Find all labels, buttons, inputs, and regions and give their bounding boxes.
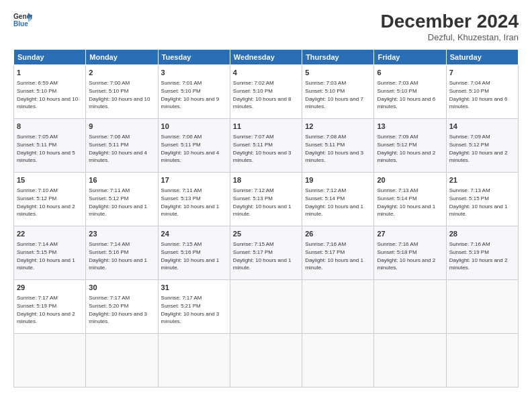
calendar-cell: 9Sunrise: 7:06 AMSunset: 5:11 PMDaylight… <box>86 119 158 173</box>
calendar-cell: 7Sunrise: 7:04 AMSunset: 5:10 PMDaylight… <box>446 65 518 119</box>
day-number: 1 <box>17 68 83 78</box>
calendar-cell <box>374 334 446 387</box>
day-info: Sunrise: 7:17 AMSunset: 5:20 PMDaylight:… <box>89 294 154 325</box>
calendar-week-row <box>14 334 519 387</box>
calendar-cell <box>302 280 374 334</box>
day-info: Sunrise: 6:59 AMSunset: 5:10 PMDaylight:… <box>17 79 83 110</box>
calendar-cell: 17Sunrise: 7:11 AMSunset: 5:13 PMDayligh… <box>158 173 230 226</box>
day-info: Sunrise: 7:04 AMSunset: 5:10 PMDaylight:… <box>449 79 515 110</box>
calendar-cell: 26Sunrise: 7:16 AMSunset: 5:17 PMDayligh… <box>302 226 374 280</box>
header-tuesday: Tuesday <box>158 50 230 65</box>
calendar-cell: 16Sunrise: 7:11 AMSunset: 5:12 PMDayligh… <box>86 173 158 226</box>
calendar-cell <box>86 334 158 387</box>
calendar-cell: 30Sunrise: 7:17 AMSunset: 5:20 PMDayligh… <box>86 280 158 334</box>
day-info: Sunrise: 7:09 AMSunset: 5:12 PMDaylight:… <box>449 133 515 164</box>
day-info: Sunrise: 7:00 AMSunset: 5:10 PMDaylight:… <box>89 79 154 110</box>
day-number: 13 <box>377 122 443 132</box>
calendar-cell: 3Sunrise: 7:01 AMSunset: 5:10 PMDaylight… <box>158 65 230 119</box>
day-info: Sunrise: 7:17 AMSunset: 5:19 PMDaylight:… <box>17 294 83 325</box>
day-number: 9 <box>89 122 154 132</box>
calendar-cell: 6Sunrise: 7:03 AMSunset: 5:10 PMDaylight… <box>374 65 446 119</box>
header-friday: Friday <box>374 50 446 65</box>
day-info: Sunrise: 7:14 AMSunset: 5:15 PMDaylight:… <box>17 240 83 271</box>
day-number: 6 <box>377 68 443 78</box>
day-number: 30 <box>89 283 154 293</box>
day-info: Sunrise: 7:12 AMSunset: 5:13 PMDaylight:… <box>233 187 299 218</box>
day-info: Sunrise: 7:03 AMSunset: 5:10 PMDaylight:… <box>305 79 371 110</box>
day-number: 29 <box>17 283 83 293</box>
day-number: 23 <box>89 229 154 239</box>
calendar-cell <box>230 334 302 387</box>
calendar-cell <box>446 280 518 334</box>
calendar-cell <box>374 280 446 334</box>
header-saturday: Saturday <box>446 50 518 65</box>
day-info: Sunrise: 7:10 AMSunset: 5:12 PMDaylight:… <box>17 187 83 218</box>
day-number: 16 <box>89 175 154 185</box>
day-number: 22 <box>17 229 83 239</box>
logo-icon: General Blue <box>13 11 32 30</box>
day-info: Sunrise: 7:13 AMSunset: 5:14 PMDaylight:… <box>377 187 443 218</box>
day-number: 10 <box>161 122 227 132</box>
day-info: Sunrise: 7:01 AMSunset: 5:10 PMDaylight:… <box>161 79 227 110</box>
header: General Blue December 2024 Dezful, Khuze… <box>13 11 519 42</box>
day-info: Sunrise: 7:11 AMSunset: 5:13 PMDaylight:… <box>161 187 227 218</box>
calendar-cell <box>14 334 86 387</box>
calendar-cell: 22Sunrise: 7:14 AMSunset: 5:15 PMDayligh… <box>14 226 86 280</box>
day-info: Sunrise: 7:08 AMSunset: 5:11 PMDaylight:… <box>305 133 371 164</box>
day-info: Sunrise: 7:16 AMSunset: 5:19 PMDaylight:… <box>449 240 515 271</box>
calendar-cell <box>446 334 518 387</box>
day-info: Sunrise: 7:05 AMSunset: 5:11 PMDaylight:… <box>17 133 83 164</box>
calendar-cell: 10Sunrise: 7:06 AMSunset: 5:11 PMDayligh… <box>158 119 230 173</box>
location: Dezful, Khuzestan, Iran <box>381 32 519 42</box>
calendar-cell: 4Sunrise: 7:02 AMSunset: 5:10 PMDaylight… <box>230 65 302 119</box>
day-number: 3 <box>161 68 227 78</box>
calendar-body: 1Sunrise: 6:59 AMSunset: 5:10 PMDaylight… <box>14 65 519 387</box>
calendar-page: General Blue December 2024 Dezful, Khuze… <box>0 0 532 411</box>
day-info: Sunrise: 7:03 AMSunset: 5:10 PMDaylight:… <box>377 79 443 110</box>
day-info: Sunrise: 7:17 AMSunset: 5:21 PMDaylight:… <box>161 294 227 325</box>
day-info: Sunrise: 7:13 AMSunset: 5:15 PMDaylight:… <box>449 187 515 218</box>
day-number: 17 <box>161 175 227 185</box>
calendar-cell: 15Sunrise: 7:10 AMSunset: 5:12 PMDayligh… <box>14 173 86 226</box>
title-block: December 2024 Dezful, Khuzestan, Iran <box>381 11 519 42</box>
calendar-week-row: 8Sunrise: 7:05 AMSunset: 5:11 PMDaylight… <box>14 119 519 173</box>
day-number: 25 <box>233 229 299 239</box>
day-number: 28 <box>449 229 515 239</box>
calendar-week-row: 29Sunrise: 7:17 AMSunset: 5:19 PMDayligh… <box>14 280 519 334</box>
calendar-week-row: 1Sunrise: 6:59 AMSunset: 5:10 PMDaylight… <box>14 65 519 119</box>
logo: General Blue <box>13 11 32 30</box>
day-info: Sunrise: 7:12 AMSunset: 5:14 PMDaylight:… <box>305 187 371 218</box>
day-number: 24 <box>161 229 227 239</box>
day-number: 14 <box>449 122 515 132</box>
day-info: Sunrise: 7:11 AMSunset: 5:12 PMDaylight:… <box>89 187 154 218</box>
calendar-cell: 12Sunrise: 7:08 AMSunset: 5:11 PMDayligh… <box>302 119 374 173</box>
month-title: December 2024 <box>381 11 519 32</box>
day-info: Sunrise: 7:06 AMSunset: 5:11 PMDaylight:… <box>89 133 154 164</box>
day-info: Sunrise: 7:06 AMSunset: 5:11 PMDaylight:… <box>161 133 227 164</box>
calendar-cell: 21Sunrise: 7:13 AMSunset: 5:15 PMDayligh… <box>446 173 518 226</box>
day-number: 20 <box>377 175 443 185</box>
calendar-cell: 14Sunrise: 7:09 AMSunset: 5:12 PMDayligh… <box>446 119 518 173</box>
day-info: Sunrise: 7:15 AMSunset: 5:16 PMDaylight:… <box>161 240 227 271</box>
calendar-cell: 11Sunrise: 7:07 AMSunset: 5:11 PMDayligh… <box>230 119 302 173</box>
calendar-cell: 25Sunrise: 7:15 AMSunset: 5:17 PMDayligh… <box>230 226 302 280</box>
calendar-cell: 5Sunrise: 7:03 AMSunset: 5:10 PMDaylight… <box>302 65 374 119</box>
calendar-cell: 8Sunrise: 7:05 AMSunset: 5:11 PMDaylight… <box>14 119 86 173</box>
calendar-cell <box>302 334 374 387</box>
day-number: 5 <box>305 68 371 78</box>
day-number: 18 <box>233 175 299 185</box>
calendar-cell: 24Sunrise: 7:15 AMSunset: 5:16 PMDayligh… <box>158 226 230 280</box>
day-number: 8 <box>17 122 83 132</box>
day-info: Sunrise: 7:16 AMSunset: 5:17 PMDaylight:… <box>305 240 371 271</box>
calendar-cell: 27Sunrise: 7:16 AMSunset: 5:18 PMDayligh… <box>374 226 446 280</box>
day-number: 11 <box>233 122 299 132</box>
calendar-cell: 20Sunrise: 7:13 AMSunset: 5:14 PMDayligh… <box>374 173 446 226</box>
calendar-cell: 1Sunrise: 6:59 AMSunset: 5:10 PMDaylight… <box>14 65 86 119</box>
calendar-cell: 31Sunrise: 7:17 AMSunset: 5:21 PMDayligh… <box>158 280 230 334</box>
day-number: 2 <box>89 68 154 78</box>
header-sunday: Sunday <box>14 50 86 65</box>
calendar-week-row: 15Sunrise: 7:10 AMSunset: 5:12 PMDayligh… <box>14 173 519 226</box>
svg-text:Blue: Blue <box>13 20 28 28</box>
header-monday: Monday <box>86 50 158 65</box>
calendar-cell: 18Sunrise: 7:12 AMSunset: 5:13 PMDayligh… <box>230 173 302 226</box>
